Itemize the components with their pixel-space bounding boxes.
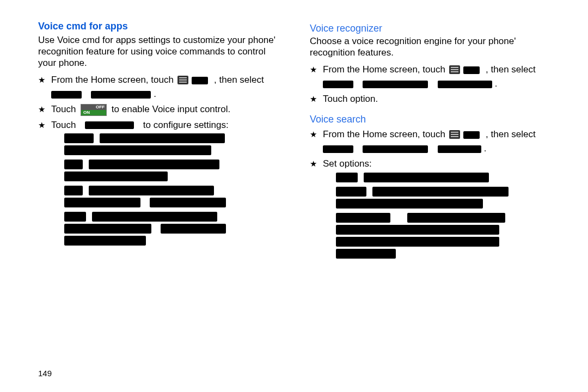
redacted [64,186,83,195]
voice-cmd-step-2: Touch OFF ON to enable Voice input contr… [51,103,284,116]
svg-rect-11 [451,136,458,137]
step-text-post: , then select [486,64,536,75]
voice-recognizer-intro: Choose a voice recognition engine for yo… [310,35,555,58]
step-text-post: , then select [486,129,536,139]
redacted [323,81,353,88]
redacted-line: . [323,78,555,90]
recognizer-step-2: Touch option. [323,93,555,105]
two-column-layout: Voice cmd for apps Use Voice cmd for app… [38,21,555,266]
redacted [51,91,82,99]
redacted [407,213,505,223]
redacted [100,133,225,143]
redacted [64,171,168,181]
on-off-toggle-icon: OFF ON [81,104,107,116]
redacted [438,145,481,153]
step-text: Touch [51,120,76,130]
redacted [336,173,358,182]
redacted [438,81,492,88]
option-redacted [64,211,284,247]
search-step-1: From the Home screen, touch , then selec… [323,128,555,155]
voice-search-steps: From the Home screen, touch , then selec… [310,126,555,262]
redacted [64,145,211,155]
svg-rect-3 [179,82,187,83]
voice-recognizer-steps: From the Home screen, touch , then selec… [310,62,555,108]
search-step-2: Set options: [323,158,555,259]
redacted [85,121,134,129]
document-page: Voice cmd for apps Use Voice cmd for app… [0,0,588,392]
redacted-text [192,77,208,84]
redacted [364,173,489,182]
step-text-post: to configure settings: [143,120,229,130]
page-number: 149 [38,369,52,378]
svg-rect-9 [451,132,458,133]
redacted [92,212,217,222]
right-column: Voice recognizer Choose a voice recognit… [310,21,555,266]
redacted [336,199,483,209]
redacted [161,224,226,234]
redacted [64,160,83,169]
svg-rect-1 [179,77,187,78]
voice-search-options [323,171,555,259]
redacted-line: . [51,88,284,100]
period: . [484,143,487,154]
svg-rect-7 [451,71,458,72]
redacted [323,145,353,153]
redacted [89,160,219,169]
svg-rect-6 [451,69,458,70]
step-text-post: , then select [214,75,264,85]
period: . [495,78,498,89]
redacted [336,249,396,259]
redacted [363,81,428,88]
voice-cmd-options [51,132,284,247]
menu-icon [449,65,460,74]
redacted [64,236,146,246]
svg-rect-5 [451,67,458,68]
redacted-text [463,131,480,139]
menu-icon [177,76,188,84]
left-column: Voice cmd for apps Use Voice cmd for app… [38,21,284,266]
step-text: Touch [51,104,76,114]
redacted [336,213,390,223]
voice-cmd-step-3: Touch to configure settings: [51,119,284,247]
redacted [64,224,151,234]
step-text: From the Home screen, touch [51,75,174,85]
voice-recognizer-heading: Voice recognizer [310,23,555,34]
redacted-text [463,66,480,74]
voice-cmd-heading: Voice cmd for apps [38,21,284,32]
redacted [150,198,226,207]
step-text: Touch option. [323,94,378,104]
step-text: From the Home screen, touch [323,64,445,75]
period: . [154,89,156,99]
voice-cmd-step-1: From the Home screen, touch , then selec… [51,74,284,100]
redacted [336,225,499,235]
redacted [64,198,140,207]
option-redacted [64,158,284,182]
redacted [89,186,214,195]
redacted [64,133,94,143]
redacted [336,237,499,247]
option-redacted [64,185,284,209]
redacted [336,187,366,197]
menu-icon [449,130,460,139]
recognizer-step-1: From the Home screen, touch , then selec… [323,64,555,90]
redacted [372,187,509,197]
option-redacted [336,185,555,209]
voice-cmd-intro: Use Voice cmd for apps settings to custo… [38,34,284,69]
voice-search-heading: Voice search [310,114,555,125]
step-text-post: to enable Voice input control. [112,104,230,114]
redacted-line: . [323,143,555,155]
option-redacted [336,171,555,183]
svg-rect-2 [179,79,187,81]
voice-cmd-steps: From the Home screen, touch , then selec… [38,72,284,250]
step-text: From the Home screen, touch [323,129,445,139]
option-redacted [64,132,284,156]
redacted [91,91,151,99]
svg-rect-10 [451,134,458,135]
redacted [64,212,86,222]
option-redacted [336,211,555,259]
redacted [363,145,428,153]
step-text: Set options: [323,158,372,169]
